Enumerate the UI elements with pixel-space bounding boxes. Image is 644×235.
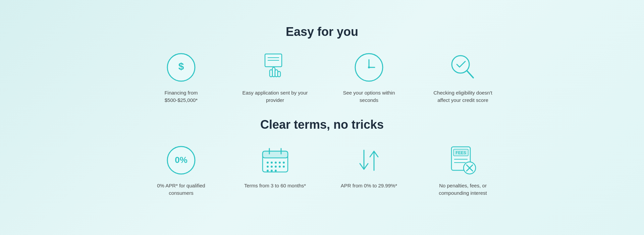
svg-point-27 xyxy=(271,166,273,168)
feature-terms-text: Terms from 3 to 60 months* xyxy=(244,182,306,190)
svg-point-25 xyxy=(283,162,285,164)
svg-point-32 xyxy=(271,170,273,172)
svg-point-33 xyxy=(275,170,277,172)
svg-point-13 xyxy=(452,56,469,73)
feature-apr-zero: 0% 0% APR* for qualified consumers xyxy=(148,145,215,197)
dollar-circle-icon: $ xyxy=(166,52,196,82)
page-wrapper: Easy for you $ Financing from $500-$25,0… xyxy=(0,11,644,224)
feature-apr-range: APR from 0% to 29.99%* xyxy=(335,145,402,197)
arrows-updown-icon xyxy=(354,145,384,175)
feature-options: See your options within seconds xyxy=(335,52,402,104)
magnify-check-icon xyxy=(448,52,478,82)
feature-application: Easy application sent by your provider xyxy=(241,52,309,104)
svg-point-30 xyxy=(283,166,285,168)
svg-rect-8 xyxy=(278,71,280,77)
svg-point-23 xyxy=(275,162,277,164)
zero-percent-icon: 0% xyxy=(166,145,196,175)
svg-text:$: $ xyxy=(178,61,184,72)
feature-terms: Terms from 3 to 60 months* xyxy=(241,145,309,197)
svg-point-24 xyxy=(279,162,281,164)
feature-apr-range-text: APR from 0% to 29.99%* xyxy=(341,182,397,190)
section2-title: Clear terms, no tricks xyxy=(7,118,637,132)
clock-icon xyxy=(354,52,384,82)
svg-text:0%: 0% xyxy=(175,155,187,165)
feature-application-text: Easy application sent by your provider xyxy=(241,89,309,104)
feature-financing: $ Financing from $500-$25,000* xyxy=(148,52,215,104)
section-easy-for-you: Easy for you $ Financing from $500-$25,0… xyxy=(7,25,637,104)
section2-features-row: 0% 0% APR* for qualified consumers xyxy=(7,145,637,197)
svg-point-28 xyxy=(275,166,277,168)
svg-rect-18 xyxy=(263,151,288,158)
section-clear-terms: Clear terms, no tricks 0% 0% APR* for qu… xyxy=(7,118,637,197)
feature-apr-zero-text: 0% APR* for qualified consumers xyxy=(148,182,215,197)
feature-financing-text: Financing from $500-$25,000* xyxy=(148,89,215,104)
feature-credit: Checking eligibility doesn't affect your… xyxy=(429,52,496,104)
feature-credit-text: Checking eligibility doesn't affect your… xyxy=(429,89,496,104)
fees-x-icon: FEES xyxy=(448,145,478,175)
calendar-icon xyxy=(260,145,290,175)
hand-form-icon xyxy=(260,52,290,82)
svg-rect-6 xyxy=(270,70,272,77)
svg-point-22 xyxy=(271,162,273,164)
feature-no-fees-text: No penalties, fees, or compounding inter… xyxy=(429,182,496,197)
svg-point-12 xyxy=(368,66,370,68)
section1-features-row: $ Financing from $500-$25,000* xyxy=(7,52,637,104)
section1-title: Easy for you xyxy=(7,25,637,39)
svg-text:FEES: FEES xyxy=(455,151,466,155)
feature-options-text: See your options within seconds xyxy=(335,89,402,104)
svg-point-21 xyxy=(267,162,269,164)
feature-no-fees: FEES No penalties, fees, or compounding … xyxy=(429,145,496,197)
svg-point-26 xyxy=(267,166,269,168)
svg-point-31 xyxy=(267,170,269,172)
svg-point-29 xyxy=(279,166,281,168)
svg-line-14 xyxy=(467,71,473,78)
